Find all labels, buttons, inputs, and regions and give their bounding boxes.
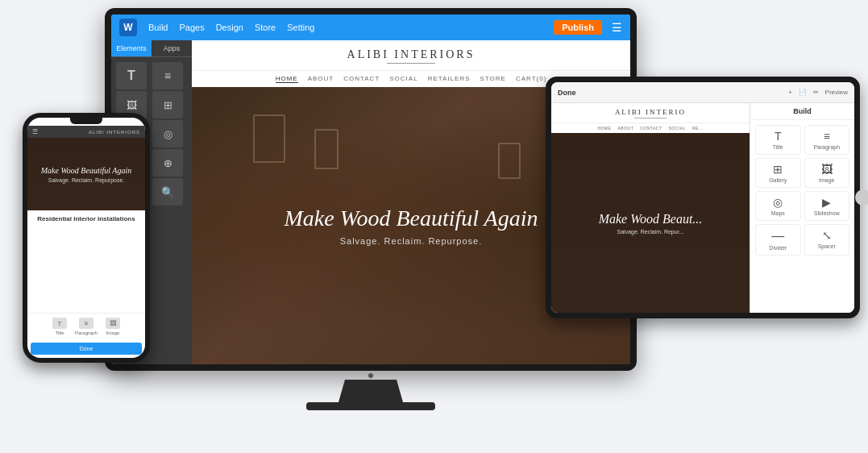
site-nav-contact[interactable]: CONTACT bbox=[343, 75, 380, 83]
panel-slideshow-label: Slideshow bbox=[814, 210, 840, 216]
title-icon-sq: T bbox=[52, 318, 67, 329]
image-label: Image bbox=[106, 330, 120, 335]
tablet-topbar-right: + 📄 ✏ Preview bbox=[788, 89, 848, 96]
tablet-home-button[interactable] bbox=[855, 189, 868, 206]
phone-hero-title: Make Wood Beautiful Again bbox=[41, 165, 132, 176]
panel-gallery-label: Gallery bbox=[769, 177, 787, 183]
phone-paragraph-icon[interactable]: ≡ Paragraph bbox=[75, 318, 98, 335]
site-brand: ALIBI INTERIORS bbox=[192, 48, 630, 61]
monitor-base bbox=[306, 402, 435, 410]
site-nav-retailers[interactable]: RETAILERS bbox=[428, 75, 471, 83]
tablet: Done + 📄 ✏ Preview ALIBI INTERIO bbox=[546, 77, 860, 318]
brand-divider bbox=[387, 63, 435, 64]
site-nav-home[interactable]: HOME bbox=[276, 75, 298, 83]
nav-store[interactable]: Store bbox=[255, 23, 276, 32]
tablet-add-icon[interactable]: + bbox=[788, 89, 792, 96]
tablet-done-button[interactable]: Done bbox=[558, 89, 576, 97]
panel-title: Build bbox=[750, 103, 854, 120]
tablet-hero-title: Make Wood Beaut... bbox=[599, 212, 703, 226]
panel-image-item[interactable]: 🖼 Image bbox=[804, 158, 850, 188]
panel-title-item[interactable]: T Title bbox=[755, 125, 801, 155]
panel-divider-item[interactable]: — Divider bbox=[755, 224, 801, 256]
paragraph-icon[interactable]: ≡ bbox=[152, 62, 183, 89]
panel-spacer-label: Spacer bbox=[818, 243, 836, 249]
location-icon[interactable]: ◎ bbox=[152, 120, 183, 148]
paragraph-icon-sq: ≡ bbox=[79, 318, 93, 329]
panel-image-icon: 🖼 bbox=[821, 163, 833, 176]
tablet-brand: ALIBI INTERIO bbox=[551, 108, 750, 116]
scene: W Build Pages Design Store Setting Publi… bbox=[0, 0, 868, 453]
panel-gallery-item[interactable]: ⊞ Gallery bbox=[755, 158, 801, 188]
tablet-nav-about[interactable]: ABOUT bbox=[618, 126, 634, 131]
panel-title-icon: T bbox=[775, 130, 782, 143]
panel-divider-icon: — bbox=[771, 229, 784, 243]
tablet-nav-contact[interactable]: CONTACT bbox=[640, 126, 662, 131]
phone-spacer bbox=[27, 227, 145, 313]
hero-title: Make Wood Beautiful Again bbox=[284, 206, 538, 231]
phone-image-icon[interactable]: 🖼 Image bbox=[106, 318, 120, 335]
deco-frame-4 bbox=[498, 143, 521, 179]
panel-title-label: Title bbox=[773, 144, 783, 150]
tablet-build-panel: Build T Title ≡ Paragraph ⊞ bbox=[750, 103, 854, 313]
site-nav-about[interactable]: ABOUT bbox=[308, 75, 334, 83]
tablet-body: Done + 📄 ✏ Preview ALIBI INTERIO bbox=[546, 77, 860, 318]
panel-maps-icon: ◎ bbox=[773, 196, 783, 209]
tablet-doc-icon[interactable]: 📄 bbox=[799, 89, 807, 96]
panel-paragraph-icon: ≡ bbox=[824, 130, 830, 143]
zoom-icon[interactable]: 🔍 bbox=[152, 178, 183, 206]
monitor-dot bbox=[368, 373, 373, 378]
tab-elements[interactable]: Elements bbox=[111, 40, 152, 56]
tablet-nav-home[interactable]: HOME bbox=[598, 126, 612, 131]
panel-paragraph-label: Paragraph bbox=[813, 144, 840, 150]
site-nav-social[interactable]: SOCIAL bbox=[389, 75, 417, 83]
site-nav-cart[interactable]: CART(0) bbox=[516, 75, 546, 83]
phone-notch bbox=[70, 118, 102, 124]
tablet-site-header: ALIBI INTERIO bbox=[551, 103, 750, 123]
hamburger-icon[interactable]: ☰ bbox=[612, 21, 622, 34]
panel-slideshow-item[interactable]: ▶ Slideshow bbox=[804, 191, 850, 221]
tablet-nav-social[interactable]: SOCIAL bbox=[669, 126, 686, 131]
phone-done-button[interactable]: Done bbox=[31, 343, 142, 355]
monitor-stand bbox=[338, 380, 403, 402]
phone-brand: ALIBI INTERIORS bbox=[89, 130, 140, 135]
phone-menu-icon[interactable]: ☰ bbox=[32, 128, 38, 135]
hero-subtitle: Salvage. Reclaim. Repurpose. bbox=[340, 236, 483, 246]
phone-screen: ☰ ALIBI INTERIORS Make Wood Beautiful Ag… bbox=[27, 118, 145, 358]
panel-image-label: Image bbox=[819, 177, 834, 183]
phone-section-title: Residential Interior Installations bbox=[32, 215, 140, 222]
phone-hero-subtitle: Salvage. Reclaim. Repurpose. bbox=[48, 177, 125, 183]
deco-frame-1 bbox=[253, 114, 285, 163]
topbar-nav: Build Pages Design Store Setting bbox=[148, 23, 549, 32]
tab-apps[interactable]: Apps bbox=[152, 40, 192, 56]
tablet-nav-more[interactable]: RE... bbox=[692, 126, 704, 131]
title-label: Title bbox=[55, 330, 64, 335]
panel-spacer-item[interactable]: ⤡ Spacer bbox=[804, 224, 850, 256]
gallery-icon[interactable]: ⊞ bbox=[152, 91, 183, 118]
tablet-edit-icon[interactable]: ✏ bbox=[813, 89, 819, 96]
phone-title-icon[interactable]: T Title bbox=[52, 318, 67, 335]
nav-build[interactable]: Build bbox=[148, 23, 168, 32]
site-nav-store[interactable]: STORE bbox=[480, 75, 506, 83]
weebly-logo: W bbox=[119, 19, 137, 36]
title-icon[interactable]: T bbox=[116, 62, 147, 89]
tablet-hero-subtitle: Salvage. Reclaim. Repur... bbox=[617, 229, 684, 235]
nav-pages[interactable]: Pages bbox=[179, 23, 204, 32]
tablet-topbar: Done + 📄 ✏ Preview bbox=[551, 82, 854, 103]
phone-topbar: ☰ ALIBI INTERIORS bbox=[27, 126, 145, 138]
panel-paragraph-item[interactable]: ≡ Paragraph bbox=[804, 125, 850, 155]
panel-maps-item[interactable]: ◎ Maps bbox=[755, 191, 801, 221]
tablet-screen: Done + 📄 ✏ Preview ALIBI INTERIO bbox=[551, 82, 854, 313]
tablet-brand-line bbox=[634, 118, 667, 118]
nav-setting[interactable]: Setting bbox=[287, 23, 314, 32]
panel-spacer-icon: ⤡ bbox=[822, 229, 832, 242]
sidebar-tabs: Elements Apps bbox=[111, 40, 192, 57]
publish-button[interactable]: Publish bbox=[554, 20, 602, 35]
search-icon[interactable]: ⊕ bbox=[152, 149, 183, 177]
nav-design[interactable]: Design bbox=[216, 23, 243, 32]
tablet-preview-button[interactable]: Preview bbox=[825, 89, 848, 96]
phone-section: Residential Interior Installations bbox=[27, 210, 145, 227]
site-header: ALIBI INTERIORS bbox=[192, 40, 630, 71]
panel-maps-label: Maps bbox=[771, 210, 785, 216]
panel-gallery-icon: ⊞ bbox=[773, 163, 783, 176]
phone-hero: Make Wood Beautiful Again Salvage. Recla… bbox=[27, 138, 145, 210]
